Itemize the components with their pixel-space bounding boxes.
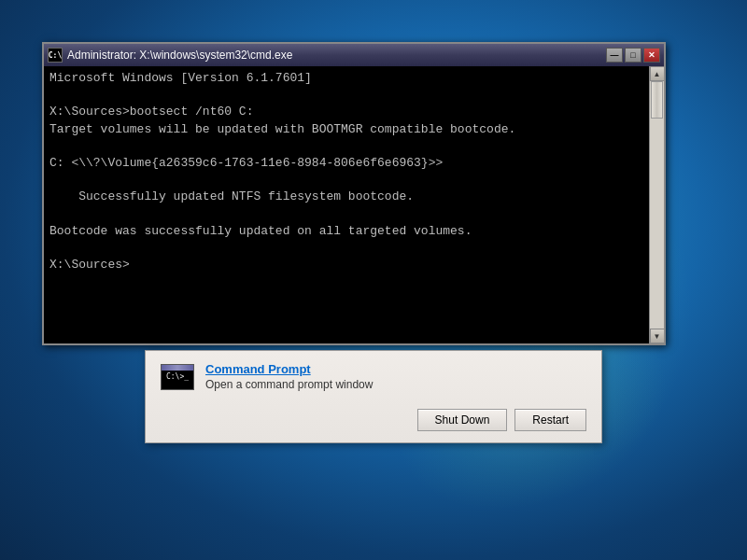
dialog-panel: C:\>_ Command Prompt Open a command prom… [145,350,602,443]
icon-inner: C:\>_ [166,372,189,382]
cmd-minimize-button[interactable]: — [606,48,623,63]
cmd-titlebar: C:\ Administrator: X:\windows\system32\c… [44,44,664,66]
restart-button[interactable]: Restart [514,409,586,431]
command-prompt-desc: Open a command prompt window [205,378,373,391]
command-prompt-icon: C:\>_ [161,364,194,390]
scrollbar-thumb[interactable] [651,81,663,119]
cmd-output[interactable]: Microsoft Windows [Version 6.1.7601] X:\… [44,66,649,343]
scrollbar-track[interactable] [650,81,664,329]
cmd-icon-text: C:\ [49,51,62,60]
cmd-content-area: Microsoft Windows [Version 6.1.7601] X:\… [44,66,664,343]
cmd-close-button[interactable]: ✕ [643,48,660,63]
cmd-title: Administrator: X:\windows\system32\cmd.e… [67,49,606,62]
shutdown-button[interactable]: Shut Down [417,409,508,431]
dialog-buttons: Shut Down Restart [161,409,586,431]
dialog-text-area: Command Prompt Open a command prompt win… [205,362,373,391]
cmd-maximize-button[interactable]: □ [625,48,641,63]
command-prompt-link[interactable]: Command Prompt [205,362,373,376]
cmd-scrollbar[interactable]: ▲ ▼ [649,66,664,343]
cmd-window-controls: — □ ✕ [606,48,660,63]
dialog-content: C:\>_ Command Prompt Open a command prom… [161,362,586,391]
scrollbar-up-arrow[interactable]: ▲ [650,66,665,81]
desktop: C:\ Administrator: X:\windows\system32\c… [0,0,747,560]
scrollbar-down-arrow[interactable]: ▼ [650,329,665,343]
cmd-window-icon: C:\ [48,48,63,63]
icon-title-bar [162,365,193,371]
cmd-window: C:\ Administrator: X:\windows\system32\c… [42,42,666,345]
